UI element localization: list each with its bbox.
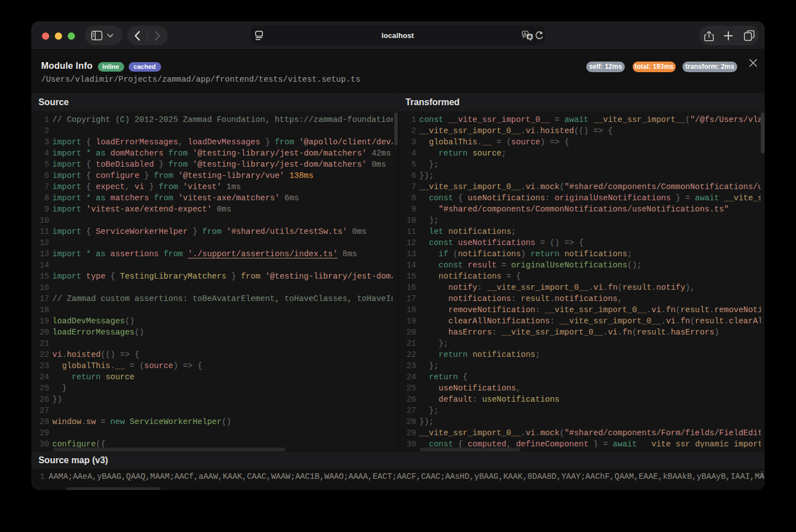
svg-text:A: A: [523, 31, 526, 36]
svg-text:✱: ✱: [527, 34, 531, 40]
